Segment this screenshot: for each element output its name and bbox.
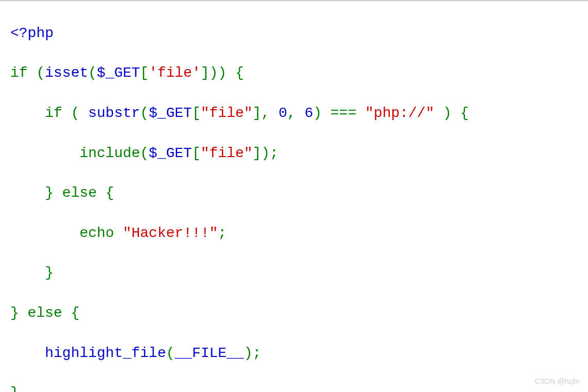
- code-line: echo "Hacker!!!";: [10, 224, 578, 243]
- code-block: <?php if (isset($_GET['file'])) { if ( s…: [0, 1, 588, 392]
- code-line: }: [10, 263, 578, 283]
- php-open-tag: <?php: [10, 25, 54, 41]
- code-line: if (isset($_GET['file'])) {: [10, 63, 578, 83]
- code-line: } else {: [10, 303, 578, 323]
- watermark: CSDN @hcjtn: [535, 377, 580, 385]
- code-line: if ( substr($_GET["file"], 0, 6) === "ph…: [10, 104, 578, 123]
- code-line: }: [10, 383, 578, 392]
- code-line: highlight_file(__FILE__);: [10, 344, 578, 363]
- code-line: } else {: [10, 183, 578, 203]
- code-line: include($_GET["file"]);: [10, 144, 578, 163]
- code-line: <?php: [10, 24, 578, 43]
